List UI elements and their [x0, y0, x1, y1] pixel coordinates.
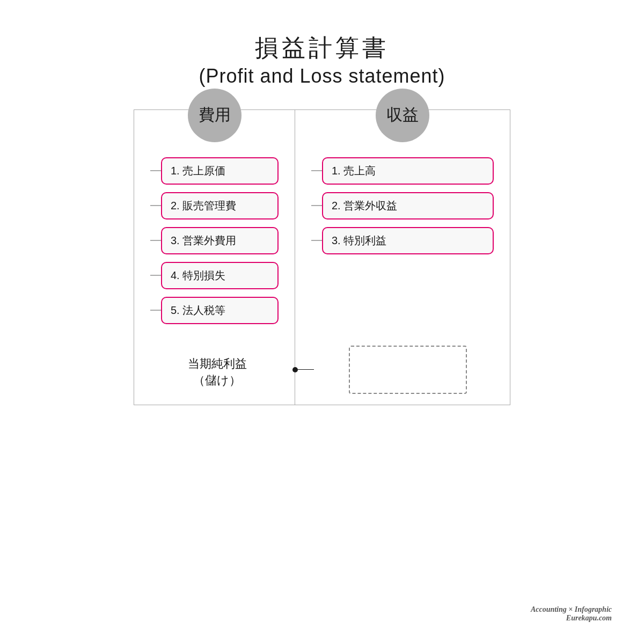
list-item: 4. 特別損失 — [150, 262, 279, 289]
net-profit-label: 当期純利益 （儲け） — [188, 356, 247, 389]
list-item: 5. 法人税等 — [150, 297, 279, 324]
revenue-item-1: 1. 売上高 — [322, 157, 494, 185]
list-item: 2. 販売管理費 — [150, 192, 279, 219]
net-profit-area: 当期純利益 （儲け） — [134, 335, 295, 405]
expense-item-1: 1. 売上原価 — [161, 157, 279, 185]
net-profit-dashed-box — [349, 346, 467, 394]
bottom-row: 当期純利益 （儲け） — [134, 335, 510, 405]
revenue-panel: 収益 1. 売上高 2. 営業外収益 3. 特別利益 — [295, 110, 510, 335]
connector-line — [298, 369, 314, 370]
expenses-list: 1. 売上原価 2. 販売管理費 3. 営業外費用 4. 特別損失 — [134, 157, 295, 324]
list-item: 2. 営業外収益 — [311, 192, 494, 219]
list-item: 3. 特別利益 — [311, 227, 494, 254]
net-profit-line1: 当期純利益 — [188, 357, 247, 370]
connector — [295, 367, 314, 372]
expense-item-5: 5. 法人税等 — [161, 297, 279, 324]
page-wrapper: 損益計算書 (Profit and Loss statement) 費用 1. … — [0, 0, 644, 644]
revenue-list: 1. 売上高 2. 営業外収益 3. 特別利益 — [295, 157, 510, 254]
footer-line1: Accounting × Infographic — [531, 605, 612, 614]
net-profit-line2: （儲け） — [193, 374, 241, 387]
diagram-container: 費用 1. 売上原価 2. 販売管理費 3. 営業外費用 — [134, 109, 510, 405]
title-english: (Profit and Loss statement) — [199, 63, 445, 90]
net-profit-box-area — [295, 335, 510, 405]
list-item: 1. 売上原価 — [150, 157, 279, 185]
expenses-circle-label: 費用 — [188, 89, 241, 142]
expenses-panel: 費用 1. 売上原価 2. 販売管理費 3. 営業外費用 — [134, 110, 295, 335]
connector-dot — [292, 367, 298, 372]
revenue-circle-label: 収益 — [376, 89, 429, 142]
expense-item-4: 4. 特別損失 — [161, 262, 279, 289]
footer: Accounting × Infographic Eurekapu.com — [531, 605, 612, 623]
revenue-item-3: 3. 特別利益 — [322, 227, 494, 254]
title-block: 損益計算書 (Profit and Loss statement) — [199, 32, 445, 90]
revenue-item-2: 2. 営業外収益 — [322, 192, 494, 219]
footer-line2: Eurekapu.com — [531, 614, 612, 623]
title-japanese: 損益計算書 — [199, 32, 445, 63]
list-item: 1. 売上高 — [311, 157, 494, 185]
expense-item-3: 3. 営業外費用 — [161, 227, 279, 254]
expense-item-2: 2. 販売管理費 — [161, 192, 279, 219]
list-item: 3. 営業外費用 — [150, 227, 279, 254]
